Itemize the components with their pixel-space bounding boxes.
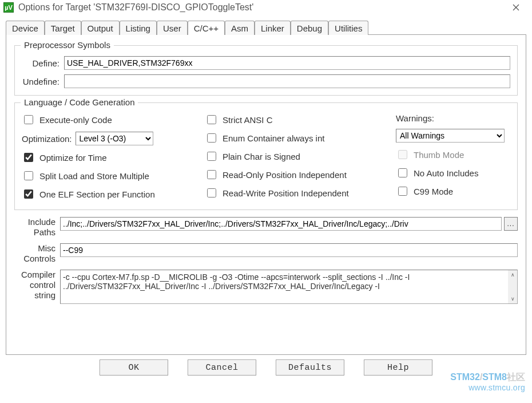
plain-char-label: Plain Char is Signed bbox=[223, 152, 300, 161]
define-input[interactable] bbox=[64, 56, 510, 70]
close-icon bbox=[513, 4, 519, 11]
split-load-label: Split Load and Store Multiple bbox=[39, 171, 149, 181]
tab-user[interactable]: User bbox=[157, 21, 188, 35]
tab-device[interactable]: Device bbox=[6, 21, 45, 35]
group-legend-preprocessor: Preprocessor Symbols bbox=[21, 40, 114, 50]
tab-utilities[interactable]: Utilities bbox=[328, 21, 368, 35]
misc-controls-label: Misc Controls bbox=[14, 243, 60, 264]
scroll-up-icon[interactable]: ∧ bbox=[508, 270, 517, 279]
one-elf-label: One ELF Section per Function bbox=[39, 189, 155, 199]
rw-pi-label: Read-Write Position Independent bbox=[223, 188, 349, 198]
include-paths-label: Include Paths bbox=[14, 217, 60, 238]
noauto-label: No Auto Includes bbox=[414, 168, 478, 178]
optimization-select[interactable]: Level 3 (-O3) bbox=[76, 132, 153, 145]
undefine-input[interactable] bbox=[64, 74, 510, 88]
tab-debug[interactable]: Debug bbox=[291, 21, 328, 35]
one-elf-checkbox[interactable] bbox=[24, 189, 33, 199]
ro-pi-checkbox[interactable] bbox=[207, 170, 216, 179]
split-load-checkbox[interactable] bbox=[24, 171, 33, 180]
enum-int-label: Enum Container always int bbox=[223, 133, 324, 143]
plain-char-checkbox[interactable] bbox=[207, 152, 216, 161]
tab-output[interactable]: Output bbox=[81, 21, 120, 35]
app-icon: µV bbox=[3, 2, 14, 13]
compiler-string-label: Compiler control string bbox=[14, 270, 60, 304]
undefine-label: Undefine: bbox=[22, 77, 64, 86]
rw-pi-checkbox[interactable] bbox=[207, 188, 216, 197]
compiler-string-text: -c --cpu Cortex-M7.fp.sp -D__MICROLIB -g… bbox=[60, 270, 518, 304]
tab-listing[interactable]: Listing bbox=[120, 21, 157, 35]
cancel-button[interactable]: Cancel bbox=[188, 359, 256, 376]
thumb-label: Thumb Mode bbox=[414, 150, 464, 160]
strict-ansi-label: Strict ANSI C bbox=[223, 115, 273, 125]
tab-content: Preprocessor Symbols Define: Undefine: L… bbox=[6, 34, 526, 355]
button-bar: OK Cancel Defaults Help bbox=[6, 355, 526, 376]
window-title: Options for Target 'STM32F769I-DISCO_GPI… bbox=[18, 2, 503, 13]
misc-controls-input[interactable] bbox=[60, 243, 518, 257]
optimize-time-label: Optimize for Time bbox=[39, 153, 107, 163]
include-paths-input[interactable] bbox=[60, 217, 502, 231]
noauto-checkbox[interactable] bbox=[398, 168, 407, 177]
c99-label: C99 Mode bbox=[414, 187, 453, 196]
tab-asm[interactable]: Asm bbox=[225, 21, 255, 35]
tab-target[interactable]: Target bbox=[45, 21, 81, 35]
optimization-label: Optimization: bbox=[22, 134, 72, 144]
optimize-time-checkbox[interactable] bbox=[24, 153, 33, 162]
thumb-checkbox bbox=[398, 150, 407, 159]
help-button[interactable]: Help bbox=[364, 359, 432, 376]
tab-ccpp[interactable]: C/C++ bbox=[188, 21, 225, 35]
define-label: Define: bbox=[22, 58, 64, 68]
group-legend-codegen: Language / Code Generation bbox=[21, 97, 138, 107]
scrollbar[interactable]: ∧ ∨ bbox=[508, 270, 517, 303]
defaults-button[interactable]: Defaults bbox=[276, 359, 344, 376]
strict-ansi-checkbox[interactable] bbox=[207, 115, 216, 124]
group-codegen: Language / Code Generation Execute-only … bbox=[14, 102, 518, 210]
tab-linker[interactable]: Linker bbox=[255, 21, 291, 35]
ok-button[interactable]: OK bbox=[100, 359, 168, 376]
c99-checkbox[interactable] bbox=[398, 187, 407, 196]
execute-only-label: Execute-only Code bbox=[39, 115, 112, 125]
execute-only-checkbox[interactable] bbox=[24, 115, 33, 124]
close-button[interactable] bbox=[503, 1, 529, 14]
enum-int-checkbox[interactable] bbox=[207, 133, 216, 143]
tabs: Device Target Output Listing User C/C++ … bbox=[6, 17, 526, 34]
title-bar: µV Options for Target 'STM32F769I-DISCO_… bbox=[0, 0, 532, 15]
scroll-down-icon[interactable]: ∨ bbox=[508, 294, 517, 303]
group-preprocessor: Preprocessor Symbols Define: Undefine: bbox=[14, 45, 518, 96]
ro-pi-label: Read-Only Position Independent bbox=[223, 170, 347, 180]
include-browse-button[interactable]: ... bbox=[504, 217, 518, 231]
warnings-label: Warnings: bbox=[396, 113, 434, 123]
warnings-select[interactable]: All Warnings bbox=[396, 129, 505, 143]
